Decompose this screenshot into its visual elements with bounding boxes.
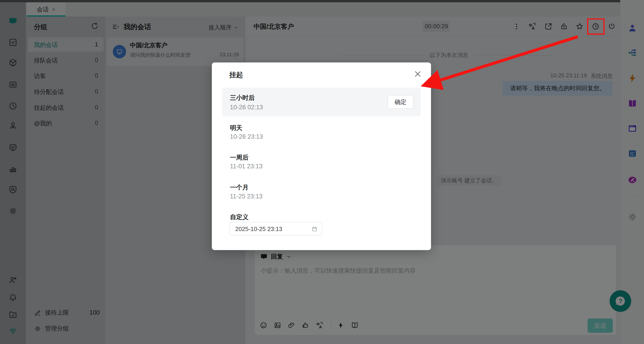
option-time: 10-26 02:13 — [230, 104, 263, 111]
annotation-highlight-box — [587, 18, 604, 35]
confirm-button[interactable]: 确定 — [388, 95, 413, 109]
custom-datetime-input[interactable]: 2025-10-25 23:13 — [230, 222, 322, 235]
suspend-option-month[interactable]: 一个月 — [230, 183, 248, 192]
close-icon[interactable] — [413, 69, 422, 79]
option-time: 10-26 23:13 — [230, 133, 263, 140]
calendar-icon — [311, 226, 318, 232]
app-window: 会话 × 分组 我的会话 1 排队会话 0 访客 — [0, 0, 644, 344]
custom-option-label: 自定义 — [230, 213, 248, 221]
option-label: 三小时后 — [230, 94, 255, 102]
option-time: 11-25 23:13 — [230, 193, 262, 200]
suspend-option-3hours[interactable]: 三小时后 10-26 02:13 确定 — [222, 88, 421, 116]
custom-datetime-value: 2025-10-25 23:13 — [235, 226, 282, 233]
suspend-option-tomorrow[interactable]: 明天 — [230, 124, 242, 132]
suspend-modal: 挂起 三小时后 10-26 02:13 确定 明天 10-26 23:13 一周… — [212, 62, 431, 250]
modal-title: 挂起 — [229, 70, 243, 80]
suspend-option-week[interactable]: 一周后 — [230, 153, 248, 162]
option-time: 11-01 23:13 — [230, 163, 262, 170]
